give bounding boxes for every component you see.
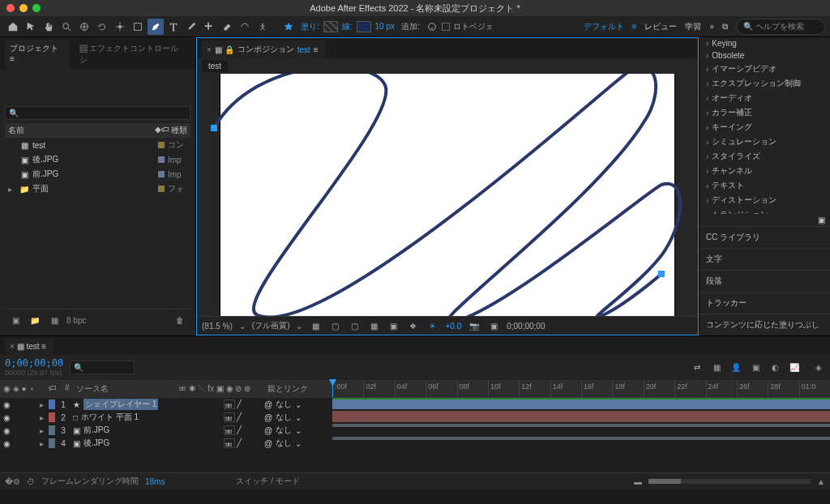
project-item[interactable]: ▦testコン — [5, 138, 190, 152]
effects-category[interactable]: エクスプレッション制御 — [700, 76, 830, 91]
clone-tool-icon[interactable] — [201, 19, 217, 35]
type-tool-icon[interactable] — [165, 19, 182, 35]
parent-dropdown[interactable]: なし — [276, 425, 292, 436]
twirl-icon[interactable]: ▸ — [36, 426, 47, 435]
switch-slash[interactable]: ╱ — [237, 412, 242, 422]
brush-tool-icon[interactable] — [183, 19, 199, 35]
effects-category[interactable]: トランジション — [700, 207, 830, 214]
tab-project[interactable]: プロジェクト ≡ — [5, 40, 70, 69]
effects-category[interactable]: ディストーション — [700, 193, 830, 207]
timeline-tracks[interactable] — [332, 398, 830, 450]
collapsed-panel[interactable]: トラッカー — [700, 292, 830, 314]
switch-box[interactable]: ㅃ — [224, 399, 235, 409]
layer-label-color[interactable] — [49, 412, 55, 422]
toggle-transparency-icon[interactable]: ▦ — [309, 319, 322, 332]
effects-category[interactable]: キーイング — [700, 120, 830, 135]
layer-bar-3[interactable] — [332, 424, 830, 427]
switch-box[interactable]: ㅃ — [224, 438, 235, 448]
rotate-tool-icon[interactable] — [94, 19, 110, 35]
col-parent[interactable]: 親とリンク — [264, 381, 332, 397]
comp-mini-flowchart-icon[interactable]: ⇄ — [691, 361, 704, 374]
composition-viewport[interactable] — [197, 74, 698, 316]
roto-tool-icon[interactable] — [237, 19, 253, 35]
zoom-tool-icon[interactable] — [58, 19, 75, 35]
layer-label-color[interactable] — [49, 438, 55, 448]
twirl-icon[interactable]: ▸ — [36, 413, 47, 422]
stroke-swatch[interactable] — [357, 21, 371, 32]
selection-tool-icon[interactable] — [23, 19, 39, 35]
zoom-in-icon[interactable]: ▲ — [817, 477, 825, 486]
switch-box[interactable]: ㅃ — [224, 412, 235, 422]
switch-box[interactable]: ㅃ — [224, 425, 235, 435]
color-mgmt-icon[interactable]: ❖ — [406, 319, 419, 332]
effects-category[interactable]: Obsolete — [700, 49, 830, 62]
zoom-out-icon[interactable]: ▬ — [634, 477, 642, 486]
stroke-label[interactable]: 線: — [342, 21, 353, 32]
pickwhip-icon[interactable]: @ — [264, 400, 272, 409]
preview-time[interactable]: 0;00;00;00 — [507, 322, 545, 331]
fill-label[interactable]: 塗り: — [301, 21, 319, 32]
twirl-icon[interactable]: ▸ — [36, 439, 47, 448]
collapsed-panel[interactable]: コンテンツに応じた塗りつぶし — [700, 314, 830, 335]
eraser-tool-icon[interactable] — [219, 19, 235, 35]
timeline-layer-row[interactable]: ◉▸2□ホワイト 平面 1ㅃ╱@なし⌄ — [0, 411, 332, 424]
pen-tool-icon[interactable] — [148, 19, 164, 35]
home-icon[interactable] — [5, 19, 21, 35]
snapshot-icon[interactable]: 📷 — [468, 319, 481, 332]
col-name[interactable]: 名前 — [8, 125, 155, 136]
pickwhip-icon[interactable]: @ — [264, 426, 272, 435]
help-search-input[interactable]: 🔍 ヘルプを検索 — [736, 19, 825, 35]
shape-tool-icon[interactable] — [130, 19, 146, 35]
project-item[interactable]: ▣後.JPGImp — [5, 152, 190, 167]
hand-tool-icon[interactable] — [41, 19, 57, 35]
resolution-dropdown[interactable]: (フル画質) — [252, 320, 290, 331]
parent-dropdown[interactable]: なし — [276, 399, 292, 410]
exposure-icon[interactable]: ☀ — [426, 319, 439, 332]
shy-icon[interactable]: 👤 — [729, 361, 742, 374]
project-search-input[interactable]: 🔍 — [5, 106, 190, 120]
parent-dropdown[interactable]: なし — [276, 412, 292, 423]
pickwhip-icon[interactable]: @ — [264, 413, 272, 422]
new-comp-icon[interactable]: ▦ — [47, 313, 62, 327]
collapsed-panel[interactable]: 段落 — [700, 270, 830, 292]
motion-blur-icon[interactable]: ◐ — [768, 361, 781, 374]
tab-timeline[interactable]: × ▦ test ≡ — [5, 339, 53, 354]
graph-editor-icon[interactable]: 📈 — [788, 361, 801, 374]
switch-slash[interactable]: ╱ — [237, 438, 242, 448]
layer-name[interactable]: ▣後.JPG — [70, 438, 224, 449]
effects-category[interactable]: スタイライズ — [700, 149, 830, 164]
effects-category[interactable]: イマーシブビデオ — [700, 62, 830, 76]
zoom-dropdown[interactable]: (81.5 %) — [202, 322, 233, 331]
layer-label-color[interactable] — [49, 425, 55, 435]
current-timecode[interactable]: 0;00;00;00 — [5, 357, 63, 369]
comp-breadcrumb[interactable]: test — [202, 60, 228, 72]
puppet-tool-icon[interactable] — [255, 19, 271, 35]
tab-effect-controls[interactable]: ▦ エフェクトコントロール シ — [75, 40, 190, 69]
composition-canvas[interactable] — [220, 74, 674, 316]
layer-bar-1[interactable] — [332, 398, 830, 409]
frame-blend-icon[interactable]: ▣ — [749, 361, 762, 374]
collapsed-panel[interactable]: CC ライブラリ — [700, 226, 830, 248]
workspace-default[interactable]: デフォルト — [584, 21, 624, 32]
workspace-learn[interactable]: 学習 — [685, 21, 701, 32]
draft3d-icon[interactable]: ▦ — [710, 361, 723, 374]
label-color-swatch[interactable] — [158, 186, 165, 192]
switch-slash[interactable]: ╱ — [237, 399, 242, 409]
current-time-indicator[interactable] — [332, 381, 333, 397]
col-source-name[interactable]: ソース名 — [73, 381, 175, 397]
panel-menu-icon[interactable]: ⧉ — [722, 22, 728, 32]
show-snapshot-icon[interactable]: ▣ — [487, 319, 500, 332]
anchor-tool-icon[interactable] — [112, 19, 128, 35]
interpret-footage-icon[interactable]: ▣ — [8, 313, 23, 327]
workspace-review[interactable]: レビュー — [644, 21, 677, 32]
effects-category[interactable]: テキスト — [700, 178, 830, 193]
visibility-toggle-icon[interactable]: ◉ — [0, 413, 13, 422]
trash-icon[interactable]: 🗑 — [173, 313, 187, 327]
label-color-swatch[interactable] — [158, 142, 165, 148]
effects-category[interactable]: カラー補正 — [700, 105, 830, 120]
workspace-overflow-icon[interactable]: » — [709, 22, 714, 31]
add-dropdown-icon[interactable] — [424, 19, 440, 35]
layer-name[interactable]: ▣前.JPG — [70, 425, 224, 436]
label-color-swatch[interactable] — [158, 171, 165, 177]
col-type[interactable]: 種類 — [171, 125, 187, 136]
